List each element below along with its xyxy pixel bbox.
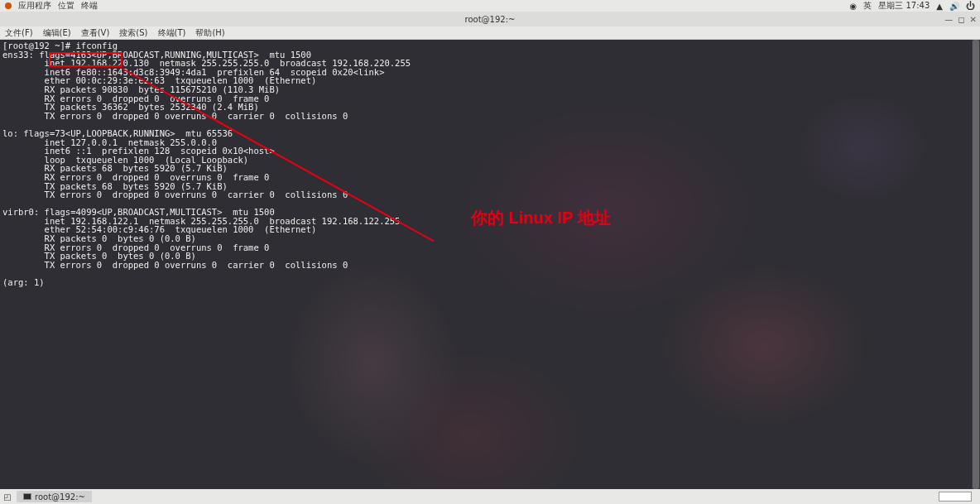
terminal-viewport[interactable]: [root@192 ~]# ifconfig ens33: flags=4163… bbox=[0, 40, 980, 489]
menu-places[interactable]: 位置 bbox=[58, 0, 74, 12]
input-method[interactable]: 英 bbox=[863, 0, 872, 12]
menu-edit[interactable]: 编辑(E) bbox=[43, 27, 71, 39]
activities-icon[interactable] bbox=[5, 2, 12, 9]
terminal-icon bbox=[23, 493, 31, 500]
clock[interactable]: 星期三 17:43 bbox=[878, 0, 930, 12]
menu-help[interactable]: 帮助(H) bbox=[195, 27, 224, 39]
menu-applications[interactable]: 应用程序 bbox=[18, 0, 51, 12]
scrollbar-thumb[interactable] bbox=[973, 40, 979, 489]
terminal-menu-bar: 文件(F) 编辑(E) 查看(V) 搜索(S) 终端(T) 帮助(H) bbox=[0, 26, 980, 40]
system-top-panel: 应用程序 位置 终端 ◉ 英 星期三 17:43 ▲ 🔊 ⏻ bbox=[0, 0, 980, 12]
minimize-button[interactable]: — bbox=[944, 15, 953, 24]
bottom-taskbar: ◰ root@192:~ bbox=[0, 489, 980, 504]
menu-file[interactable]: 文件(F) bbox=[5, 27, 33, 39]
maximize-button[interactable]: ◻ bbox=[958, 15, 964, 24]
a11y-icon[interactable]: ◉ bbox=[850, 2, 858, 11]
show-desktop-icon[interactable]: ◰ bbox=[3, 492, 12, 501]
volume-icon[interactable]: 🔊 bbox=[949, 2, 959, 11]
taskbar-app-label: root@192:~ bbox=[35, 492, 85, 502]
taskbar-app-terminal[interactable]: root@192:~ bbox=[17, 491, 92, 502]
menu-terminal[interactable]: 终端 bbox=[81, 0, 98, 12]
menu-search[interactable]: 搜索(S) bbox=[119, 27, 147, 39]
network-icon[interactable]: ▲ bbox=[936, 2, 943, 11]
window-title: root@192:~ bbox=[465, 15, 516, 24]
terminal-scrollbar[interactable] bbox=[972, 40, 980, 489]
workspace-switcher[interactable] bbox=[939, 492, 972, 502]
menu-terminal[interactable]: 终端(T) bbox=[158, 27, 186, 39]
window-title-bar[interactable]: root@192:~ — ◻ ✕ bbox=[0, 12, 980, 26]
menu-view[interactable]: 查看(V) bbox=[81, 27, 110, 39]
power-icon[interactable]: ⏻ bbox=[966, 1, 975, 12]
terminal-output: [root@192 ~]# ifconfig ens33: flags=4163… bbox=[0, 40, 980, 289]
close-button[interactable]: ✕ bbox=[970, 15, 977, 24]
